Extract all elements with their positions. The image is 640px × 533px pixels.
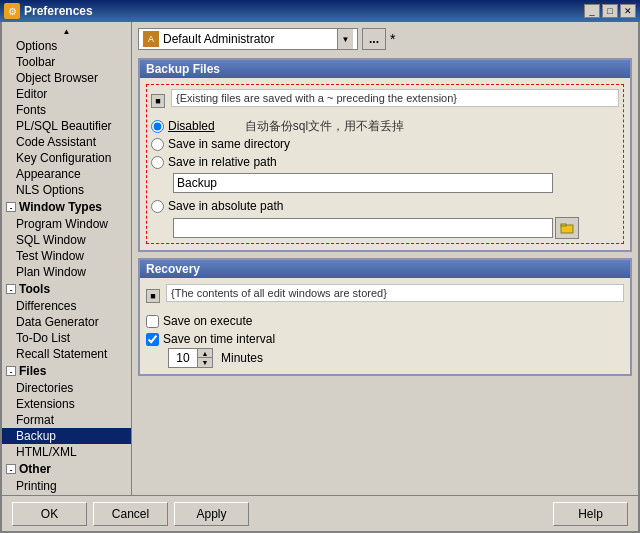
same-dir-radio[interactable] <box>151 138 164 151</box>
sidebar-item-format[interactable]: Format <box>2 412 131 428</box>
relative-path-radio-row: Save in relative path <box>151 153 619 171</box>
folder-icon <box>560 221 574 235</box>
sidebar-item-nls[interactable]: NLS Options <box>2 182 131 198</box>
sidebar-section-other[interactable]: - Other <box>2 460 131 478</box>
sidebar-item-program-window[interactable]: Program Window <box>2 216 131 232</box>
recovery-info-row: ■ {The contents of all edit windows are … <box>146 284 624 308</box>
right-content: A Default Administrator ▼ ... * Backup F… <box>132 22 638 495</box>
spinner-up-button[interactable]: ▲ <box>198 349 212 358</box>
same-dir-label: Save in same directory <box>168 137 290 151</box>
sidebar-section-tools[interactable]: - Tools <box>2 280 131 298</box>
browse-button[interactable] <box>555 217 579 239</box>
sidebar-item-differences[interactable]: Differences <box>2 298 131 314</box>
interval-spinner: 10 ▲ ▼ <box>168 348 213 368</box>
section-label-tools: Tools <box>19 282 50 296</box>
sidebar-item-appearance[interactable]: Appearance <box>2 166 131 182</box>
recovery-section: Recovery ■ {The contents of all edit win… <box>138 258 632 376</box>
sidebar-section-window-types[interactable]: - Window Types <box>2 198 131 216</box>
sidebar-item-object-browser[interactable]: Object Browser <box>2 70 131 86</box>
sidebar-item-backup[interactable]: Backup <box>2 428 131 444</box>
absolute-path-input-row <box>173 217 619 239</box>
maximize-button[interactable]: □ <box>602 4 618 18</box>
section-label-other: Other <box>19 462 51 476</box>
minimize-button[interactable]: _ <box>584 4 600 18</box>
sidebar-item-plan-window[interactable]: Plan Window <box>2 264 131 280</box>
sidebar-item-fonts[interactable]: Fonts <box>2 102 131 118</box>
sidebar-item-html-xml[interactable]: HTML/XML <box>2 444 131 460</box>
absolute-path-input[interactable] <box>173 218 553 238</box>
admin-label: Default Administrator <box>163 32 337 46</box>
sidebar-item-data-generator[interactable]: Data Generator <box>2 314 131 330</box>
relative-path-input[interactable] <box>173 173 553 193</box>
sidebar-item-options[interactable]: Options <box>2 38 131 54</box>
relative-path-input-row <box>173 173 619 193</box>
sidebar-item-toolbar[interactable]: Toolbar <box>2 54 131 70</box>
save-on-execute-label: Save on execute <box>163 314 252 328</box>
section-label-window-types: Window Types <box>19 200 102 214</box>
interval-spinner-row: 10 ▲ ▼ Minutes <box>168 348 624 368</box>
sidebar-item-extensions[interactable]: Extensions <box>2 396 131 412</box>
sidebar-item-editor[interactable]: Editor <box>2 86 131 102</box>
app-icon: ⚙ <box>4 3 20 19</box>
same-dir-radio-row: Save in same directory <box>151 135 619 153</box>
sidebar-item-printing[interactable]: Printing <box>2 478 131 494</box>
section-label-files: Files <box>19 364 46 378</box>
recovery-info-icon: ■ <box>146 289 160 303</box>
svg-rect-1 <box>561 224 566 226</box>
help-button[interactable]: Help <box>553 502 628 526</box>
relative-path-radio[interactable] <box>151 156 164 169</box>
sidebar-section-files[interactable]: - Files <box>2 362 131 380</box>
expand-icon-other: - <box>6 464 16 474</box>
sidebar-item-recall[interactable]: Recall Statement <box>2 346 131 362</box>
window-title: Preferences <box>24 4 93 18</box>
apply-button[interactable]: Apply <box>174 502 249 526</box>
backup-section: Backup Files ■ {Existing files are saved… <box>138 58 632 252</box>
backup-info-text: {Existing files are saved with a ~ prece… <box>171 89 619 107</box>
save-on-execute-row: Save on execute <box>146 312 624 330</box>
asterisk-label: * <box>390 31 395 47</box>
admin-dropdown[interactable]: A Default Administrator ▼ <box>138 28 358 50</box>
admin-toolbar: A Default Administrator ▼ ... * <box>138 28 632 50</box>
disabled-radio-row: Disabled <box>151 117 215 135</box>
save-on-interval-row: Save on time interval <box>146 330 624 348</box>
recovery-info-text: {The contents of all edit windows are st… <box>166 284 624 302</box>
expand-icon-files: - <box>6 366 16 376</box>
sidebar: ▲ Options Toolbar Object Browser Editor … <box>2 22 132 495</box>
ok-button[interactable]: OK <box>12 502 87 526</box>
left-buttons: OK Cancel Apply <box>12 502 249 526</box>
disabled-radio[interactable] <box>151 120 164 133</box>
sidebar-item-todo[interactable]: To-Do List <box>2 330 131 346</box>
sidebar-item-code-assistant[interactable]: Code Assistant <box>2 134 131 150</box>
recovery-section-title: Recovery <box>140 260 630 278</box>
bottom-bar: OK Cancel Apply Help <box>2 495 638 531</box>
chinese-note: 自动备份sql文件，用不着丢掉 <box>245 118 404 135</box>
absolute-path-radio[interactable] <box>151 200 164 213</box>
sidebar-item-plsql[interactable]: PL/SQL Beautifier <box>2 118 131 134</box>
interval-input[interactable]: 10 <box>168 348 198 368</box>
info-icon: ■ <box>151 94 165 108</box>
sidebar-item-directories[interactable]: Directories <box>2 380 131 396</box>
save-on-interval-label: Save on time interval <box>163 332 275 346</box>
spinner-down-button[interactable]: ▼ <box>198 358 212 367</box>
save-on-interval-checkbox[interactable] <box>146 333 159 346</box>
ellipsis-button[interactable]: ... <box>362 28 386 50</box>
backup-inner: ■ {Existing files are saved with a ~ pre… <box>146 84 624 244</box>
save-on-execute-checkbox[interactable] <box>146 315 159 328</box>
sidebar-item-test-window[interactable]: Test Window <box>2 248 131 264</box>
sidebar-scroll-up[interactable]: ▲ <box>2 24 131 38</box>
absolute-path-radio-row: Save in absolute path <box>151 197 619 215</box>
backup-section-title: Backup Files <box>140 60 630 78</box>
minutes-label: Minutes <box>221 351 263 365</box>
sidebar-item-sql-window[interactable]: SQL Window <box>2 232 131 248</box>
main-window: ▲ Options Toolbar Object Browser Editor … <box>0 22 640 533</box>
dropdown-arrow-icon[interactable]: ▼ <box>337 29 353 49</box>
absolute-path-label: Save in absolute path <box>168 199 283 213</box>
relative-path-label: Save in relative path <box>168 155 277 169</box>
sidebar-item-key-config[interactable]: Key Configuration <box>2 150 131 166</box>
close-button[interactable]: ✕ <box>620 4 636 18</box>
cancel-button[interactable]: Cancel <box>93 502 168 526</box>
spinner-controls: ▲ ▼ <box>198 348 213 368</box>
disabled-label: Disabled <box>168 119 215 133</box>
backup-info-row: ■ {Existing files are saved with a ~ pre… <box>151 89 619 113</box>
expand-icon-tools: - <box>6 284 16 294</box>
